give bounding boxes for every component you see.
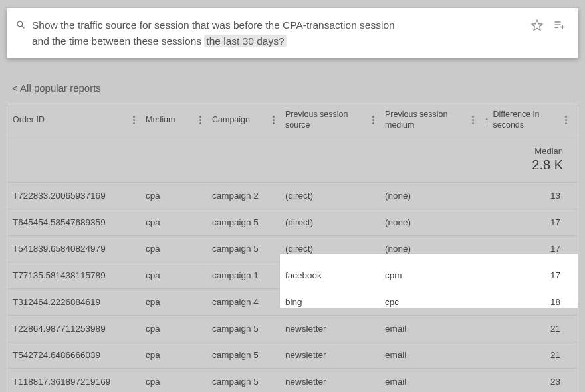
cell-medium: cpa (140, 369, 207, 392)
summary-cell: Median 2.8 K (479, 138, 572, 182)
table-row[interactable]: T541839.65840824979cpacampaign 5(direct)… (7, 236, 578, 262)
cell-pmedium: email (380, 369, 479, 392)
table-row[interactable]: T77135.581438115789cpacampaign 1facebook… (7, 262, 578, 289)
table-row[interactable]: T722833.20065937169cpacampaign 2(direct)… (7, 183, 578, 209)
cell-pmedium: email (380, 316, 479, 342)
sort-asc-icon: ↑ (485, 115, 489, 125)
search-bar[interactable]: Show the traffic source for session that… (7, 8, 578, 58)
cell-psource: newsletter (280, 316, 380, 342)
cell-pmedium: (none) (380, 209, 479, 235)
cell-order: T541839.65840824979 (7, 236, 140, 262)
col-campaign[interactable]: Campaign (207, 102, 280, 138)
cell-diff: 17 (479, 236, 572, 262)
svg-line-1 (22, 26, 25, 29)
cell-campaign: campaign 5 (207, 342, 280, 368)
cell-order: T118817.361897219169 (7, 369, 140, 392)
col-menu-icon[interactable] (471, 116, 474, 124)
svg-point-0 (17, 21, 23, 27)
query-line2-prefix: and the time between these sessions (32, 35, 204, 47)
cell-pmedium: (none) (380, 236, 479, 262)
col-menu-icon[interactable] (132, 116, 135, 124)
cell-medium: cpa (140, 316, 207, 342)
svg-marker-2 (532, 20, 542, 30)
cell-psource: (direct) (280, 209, 380, 235)
cell-order: T645454.58547689359 (7, 209, 140, 235)
cell-campaign: campaign 2 (207, 183, 280, 209)
cell-diff: 17 (479, 209, 572, 235)
report-table: Order ID Medium Campaign Previous sessio… (7, 102, 578, 392)
table-row[interactable]: T645454.58547689359cpacampaign 5(direct)… (7, 209, 578, 236)
cell-medium: cpa (140, 183, 207, 209)
cell-order: T22864.987711253989 (7, 316, 140, 342)
cell-diff: 21 (479, 316, 572, 342)
cell-campaign: campaign 4 (207, 289, 280, 315)
col-menu-icon[interactable] (372, 116, 374, 124)
search-icon (16, 20, 25, 29)
summary-value: 2.8 K (532, 157, 563, 172)
cell-diff: 23 (479, 369, 572, 392)
cell-diff: 21 (479, 342, 572, 368)
col-menu-icon[interactable] (272, 116, 275, 124)
search-query[interactable]: Show the traffic source for session that… (32, 17, 524, 49)
cell-diff: 17 (479, 262, 572, 288)
cell-medium: cpa (140, 236, 207, 262)
add-to-list-icon[interactable] (553, 19, 566, 32)
star-icon[interactable] (530, 19, 544, 32)
table-header-row: Order ID Medium Campaign Previous sessio… (7, 102, 578, 138)
table-row[interactable]: T118817.361897219169cpacampaign 5newslet… (7, 369, 578, 392)
col-diff-seconds[interactable]: ↑ Difference in seconds (479, 102, 572, 138)
cell-medium: cpa (140, 262, 207, 288)
cell-psource: (direct) (280, 236, 380, 262)
cell-order: T312464.2226884619 (7, 289, 140, 315)
cell-psource: newsletter (280, 369, 380, 392)
query-line1: Show the traffic source for session that… (32, 19, 395, 31)
col-menu-icon[interactable] (199, 116, 201, 124)
table-row[interactable]: T22864.987711253989cpacampaign 5newslett… (7, 316, 578, 342)
cell-campaign: campaign 5 (207, 316, 280, 342)
table-body: T722833.20065937169cpacampaign 2(direct)… (7, 183, 578, 392)
content-area: < All popular reports Order ID Medium Ca… (0, 58, 585, 392)
cell-diff: 13 (479, 183, 572, 209)
col-prev-source[interactable]: Previous session source (280, 102, 380, 138)
cell-medium: cpa (140, 289, 207, 315)
cell-pmedium: email (380, 342, 479, 368)
summary-label: Median (485, 146, 563, 156)
cell-campaign: campaign 1 (207, 262, 280, 288)
cell-diff: 18 (479, 289, 572, 315)
table-row[interactable]: T312464.2226884619cpacampaign 4bingcpc18 (7, 289, 578, 316)
search-actions (530, 19, 566, 32)
query-range-pill[interactable]: the last 30 days? (204, 35, 286, 47)
cell-psource: newsletter (280, 342, 380, 368)
breadcrumb[interactable]: < All popular reports (7, 78, 578, 102)
col-prev-medium[interactable]: Previous session medium (380, 102, 479, 138)
cell-order: T77135.581438115789 (7, 262, 140, 288)
cell-psource: (direct) (280, 183, 380, 209)
cell-pmedium: (none) (380, 183, 479, 209)
cell-campaign: campaign 5 (207, 369, 280, 392)
cell-campaign: campaign 5 (207, 209, 280, 235)
cell-pmedium: cpm (380, 262, 479, 288)
cell-campaign: campaign 5 (207, 236, 280, 262)
cell-psource: facebook (280, 262, 380, 288)
cell-medium: cpa (140, 209, 207, 235)
col-menu-icon[interactable] (565, 116, 567, 124)
cell-pmedium: cpc (380, 289, 479, 315)
cell-order: T722833.20065937169 (7, 183, 140, 209)
summary-row: Median 2.8 K (7, 138, 578, 183)
cell-order: T542724.6486666039 (7, 342, 140, 368)
cell-psource: bing (280, 289, 380, 315)
table-row[interactable]: T542724.6486666039cpacampaign 5newslette… (7, 342, 578, 369)
cell-medium: cpa (140, 342, 207, 368)
col-order-id[interactable]: Order ID (7, 102, 140, 138)
col-medium[interactable]: Medium (140, 102, 207, 138)
